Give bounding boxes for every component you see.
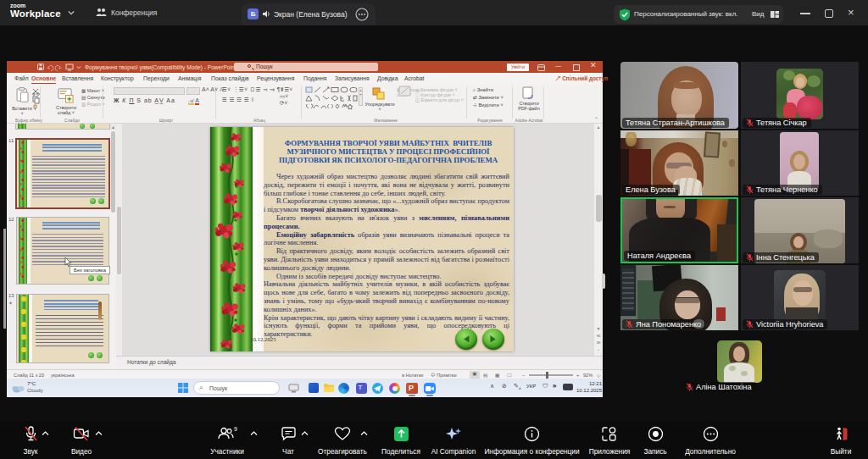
svg-text:9: 9	[234, 426, 237, 432]
